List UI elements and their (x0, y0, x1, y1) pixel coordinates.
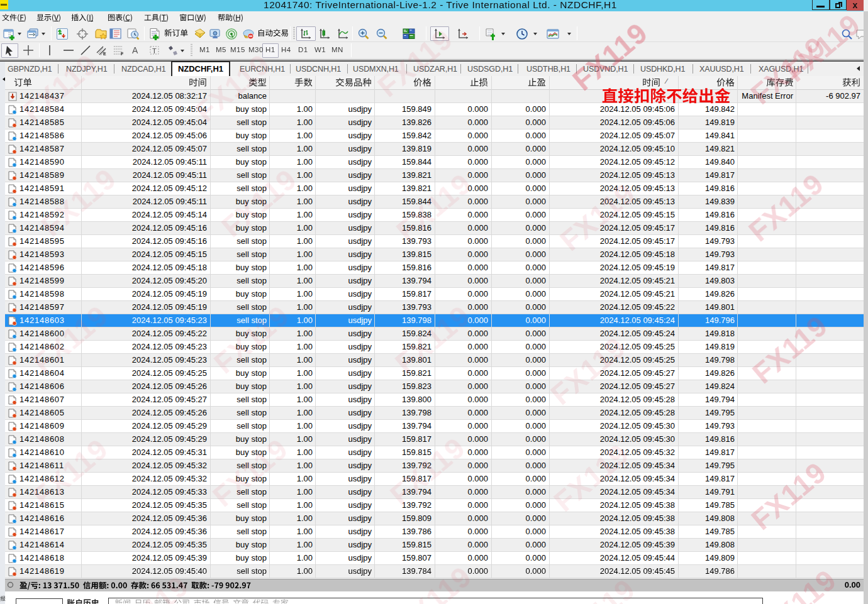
svg-text:E: E (103, 52, 106, 56)
svg-text:F: F (121, 52, 124, 56)
svg-text:A: A (132, 45, 138, 55)
svg-text:T: T (152, 47, 157, 55)
